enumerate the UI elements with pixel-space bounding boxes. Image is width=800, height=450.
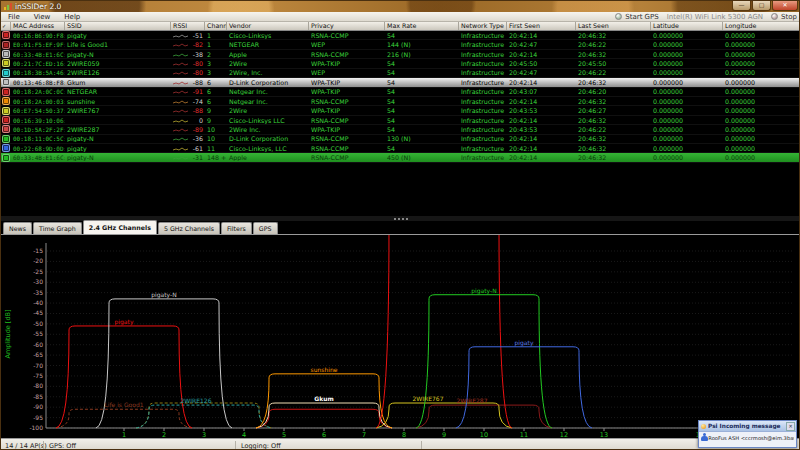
cell-first-seen: 20:42:14 xyxy=(507,32,576,39)
cell-longitude: 0.000000 xyxy=(723,117,800,124)
maximize-button[interactable]: ▢ xyxy=(752,1,771,11)
y-tick-label: -85 xyxy=(33,393,43,400)
table-row[interactable]: 00:22:68:9D:0D:78pigaty-6111Cisco-Linksy… xyxy=(1,144,800,153)
y-tick-label: -25 xyxy=(33,268,43,275)
cell-max-rate: 54 xyxy=(385,117,459,124)
cell-privacy: WEP xyxy=(309,41,385,48)
popup-close-icon[interactable]: ✕ xyxy=(786,422,795,431)
status-bar: 14 / 14 AP(s) GPS: Off Logging: Off xyxy=(1,438,800,450)
close-button[interactable]: ✕ xyxy=(772,1,798,11)
y-tick-label: -45 xyxy=(33,309,43,316)
cell-vendor: Cisco-Linksys LLC xyxy=(227,117,309,124)
cell-vendor: Netgear Inc. xyxy=(227,98,309,105)
table-row[interactable]: 60:E7:54:50:37:012WIRE767-8892WireWPA-TK… xyxy=(1,106,800,115)
column-header-latitude[interactable]: Latitude xyxy=(651,22,723,30)
tab-time-graph[interactable]: Time Graph xyxy=(33,222,82,234)
cell-channel: 10 xyxy=(205,126,227,133)
table-row[interactable]: 00:18:2A:00:03:96sunshine-746Netgear Inc… xyxy=(1,97,800,106)
tab-gps[interactable]: GPS xyxy=(253,222,278,234)
tab-5-ghz-channels[interactable]: 5 GHz Channels xyxy=(158,222,220,234)
cell-longitude: 0.000000 xyxy=(723,145,800,152)
rssi-sparkline-icon xyxy=(173,79,189,86)
network-curve xyxy=(56,326,192,428)
table-row[interactable]: 60:33:4B:E1:6C:59pigaty-N-382AppleRSNA-C… xyxy=(1,50,800,59)
cell-first-seen: 20:43:53 xyxy=(507,107,576,114)
popup-body[interactable]: RooFus ASH <ccrmosh@eim.3basets.com> xyxy=(699,432,796,443)
column-header-privacy[interactable]: Privacy xyxy=(309,22,385,30)
window-title: inSSIDer 2.0 xyxy=(15,2,61,11)
title-bar[interactable]: inSSIDer 2.0 — ▢ ✕ xyxy=(1,1,800,12)
menu-file[interactable]: File xyxy=(1,13,27,21)
column-header-mac-address[interactable]: MAC Address xyxy=(11,22,65,30)
tab-2-4-ghz-channels[interactable]: 2.4 GHz Channels xyxy=(83,220,157,234)
menu-view[interactable]: View xyxy=(27,13,58,21)
minimize-button[interactable]: — xyxy=(732,1,751,11)
column-header-rssi[interactable]: RSSI xyxy=(171,22,205,30)
table-row[interactable]: 00:18:2A:0C:0C:8CNETGEAR-916Netgear Inc.… xyxy=(1,88,800,97)
column-header-network-type[interactable]: Network Type xyxy=(459,22,507,30)
cell-channel: 3 xyxy=(205,69,227,76)
tab-filters[interactable]: Filters xyxy=(221,222,252,234)
channel-graph[interactable]: -15-20-25-30-35-40-45-50-55-60-65-70-75-… xyxy=(1,235,800,439)
cell-ssid: pigaty-N xyxy=(65,51,171,58)
cell-rssi: -74 xyxy=(171,98,205,105)
table-row[interactable]: 00:18:11:0C:5C:98pigaty-N-3610D-Link Cor… xyxy=(1,135,800,144)
cell-rssi: -61 xyxy=(171,145,205,152)
column-header-ssid[interactable]: SSID xyxy=(65,22,171,30)
column-header-first-seen[interactable]: First Seen xyxy=(507,22,576,30)
cell-ssid: 2WIRE767 xyxy=(65,107,171,114)
tab-news[interactable]: News xyxy=(3,222,32,234)
column-header-last-seen[interactable]: Last Seen xyxy=(576,22,651,30)
column-header-channel[interactable]: Channel xyxy=(205,22,227,30)
cell-mac: 00:18:2A:00:03:96 xyxy=(11,98,65,105)
rssi-sparkline-icon xyxy=(173,98,189,105)
cell-network-type: Infrastructure xyxy=(459,79,507,86)
table-row[interactable]: 00:1D:5A:2F:2F:692WIRE287-89102Wire Inc.… xyxy=(1,125,800,134)
cell-mac: 00:18:3B:5A:46:41 xyxy=(11,69,65,76)
network-curve xyxy=(136,405,272,428)
adapter-select[interactable]: Intel(R) WiFi Link 5300 AGN xyxy=(667,13,763,21)
cell-mac: 00:21:7C:ED:16:F1 xyxy=(11,60,65,67)
cell-mac: 00:13:46:8B:F8:C0 xyxy=(11,79,65,86)
cell-longitude: 0.000000 xyxy=(723,79,800,86)
column-header-vendor[interactable]: Vendor xyxy=(227,22,309,30)
cell-last-seen: 20:46:32 xyxy=(576,98,651,105)
cell-mac: 60:E7:54:50:37:01 xyxy=(11,107,65,114)
gps-icon xyxy=(615,13,622,20)
column-header-check[interactable]: ✓ xyxy=(1,22,11,30)
cell-latitude: 0.000000 xyxy=(651,88,723,95)
cell-channel: 6 xyxy=(205,79,227,86)
table-row[interactable]: 00:13:46:8B:F8:C0Gkum-886D-Link Corporat… xyxy=(1,78,800,87)
cell-first-seen: 20:42:14 xyxy=(507,135,576,142)
cell-vendor: Apple xyxy=(227,154,309,161)
cell-last-seen: 20:45:50 xyxy=(576,60,651,67)
menu-help[interactable]: Help xyxy=(57,13,87,21)
incoming-message-popup[interactable]: Psi Incoming message ✕ RooFus ASH <ccrmo… xyxy=(698,420,797,448)
table-row[interactable]: 60:33:4B:E1:6C:5Apigaty-N-31148 + 153App… xyxy=(1,153,800,162)
start-gps-button[interactable]: Start GPS xyxy=(615,13,658,21)
table-row[interactable]: 00:18:3B:5A:46:412WIRE126-8032Wire, Inc.… xyxy=(1,69,800,78)
cell-first-seen: 20:43:07 xyxy=(507,88,576,95)
rssi-sparkline-icon xyxy=(173,32,189,39)
stop-button[interactable]: Stop xyxy=(771,13,797,21)
rssi-sparkline-icon xyxy=(173,154,189,161)
table-row[interactable]: 00:21:7C:ED:16:F12WIRE059-8032WireWPA-TK… xyxy=(1,59,800,68)
cell-mac: 00:18:2A:0C:0C:8C xyxy=(11,88,65,95)
inssider-window: inSSIDer 2.0 — ▢ ✕ File View Help Start … xyxy=(0,0,800,450)
table-row[interactable]: 00:16:39:10:06:0509Cisco-Linksys LLCRSNA… xyxy=(1,116,800,125)
cell-privacy: WPA-TKIP xyxy=(309,60,385,67)
column-header-max-rate[interactable]: Max Rate xyxy=(385,22,459,30)
curve-label: 2WIRE287 xyxy=(457,397,488,404)
network-lock-icon xyxy=(2,31,10,39)
cell-vendor: Apple xyxy=(227,51,309,58)
cell-longitude: 0.000000 xyxy=(723,32,800,39)
network-lock-icon xyxy=(2,107,10,115)
table-row[interactable]: E0:91:F5:EF:9F:F7Life is Good1-821NETGEA… xyxy=(1,40,800,49)
person-icon xyxy=(701,433,706,442)
column-header-longitude[interactable]: Longitude xyxy=(723,22,800,30)
rssi-sparkline-icon xyxy=(173,69,189,76)
statusbar-divider xyxy=(421,441,422,450)
cell-vendor: 2Wire, Inc. xyxy=(227,69,309,76)
table-row[interactable]: 00:16:B6:90:F8:A0pigaty-511Cisco-Linksys… xyxy=(1,31,800,40)
popup-sender: RooFus ASH <ccrmosh@eim.3basets.com> xyxy=(708,435,794,441)
